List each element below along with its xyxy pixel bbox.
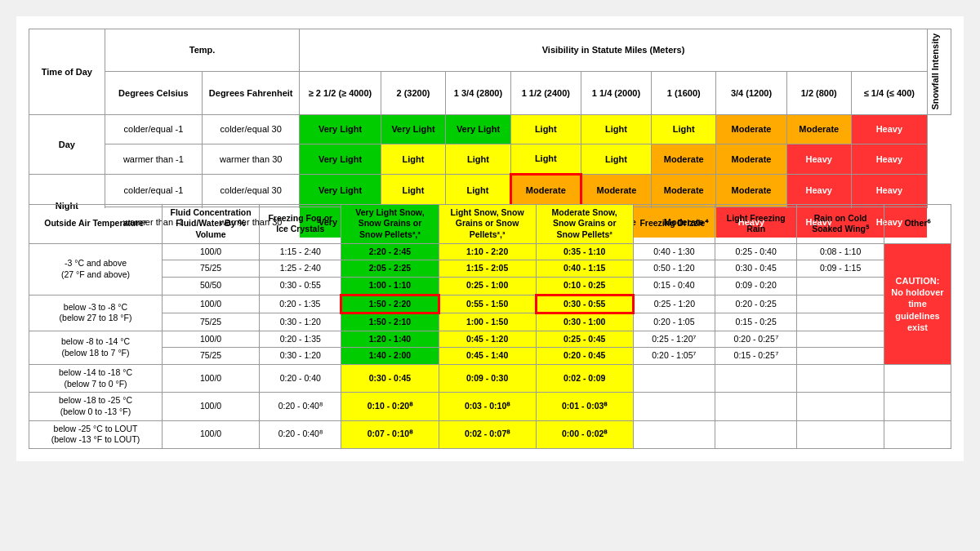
holdover-header-row: Outside Air Temperature¹ Fluid Concentra…	[29, 204, 951, 243]
data-cell: 0:15 - 0:40	[633, 277, 715, 295]
snowfall-intensity-table: Time of Day Temp. Visibility in Statute …	[29, 29, 951, 188]
fluid-cell: 100/0	[163, 393, 260, 420]
data-cell: 0:50 - 1:20	[633, 260, 715, 278]
vis-col-2: 2 (3200)	[381, 72, 446, 114]
temp-range-cell: below -8 to -14 °C(below 18 to 7 °F)	[29, 331, 163, 364]
temp-header-text: Temp.	[189, 45, 216, 55]
data-cell	[715, 420, 797, 448]
freezing-fog-header: Freezing Fog or Ice Crystals	[260, 204, 341, 243]
data-cell: 0:08 - 1:10	[797, 243, 884, 260]
main-container: Time of Day Temp. Visibility in Statute …	[16, 16, 964, 461]
caution-cell: CAUTION: No holdover time guidelines exi…	[884, 243, 951, 364]
data-cell: 0:35 - 1:10	[536, 243, 633, 260]
intensity-cell: Heavy	[786, 144, 851, 175]
vis-col-6: 1 (1600)	[652, 72, 716, 114]
rain-cold-wing-header: Rain on Cold Soaked Wing⁵	[797, 204, 884, 243]
data-cell: 0:20 - 1:05⁷	[633, 348, 715, 365]
temp-header: Temp.	[105, 29, 300, 72]
fluid-cell: 100/0	[163, 420, 260, 448]
data-cell	[884, 420, 951, 448]
intensity-cell: Moderate	[786, 114, 851, 144]
intensity-cell: Light	[581, 114, 651, 144]
table-row: 75/25 0:30 - 1:20 1:50 - 2:10 1:00 - 1:5…	[29, 313, 951, 331]
intensity-cell: Moderate	[581, 175, 651, 207]
data-cell: 0:20 - 1:05	[633, 313, 715, 331]
data-cell: 0:20 - 1:35	[260, 295, 341, 313]
vis-col-8: 1/2 (800)	[786, 72, 851, 114]
data-cell: 0:30 - 1:00	[536, 313, 633, 331]
data-cell: 0:25 - 1:00	[439, 277, 536, 295]
data-cell	[633, 393, 715, 420]
data-cell	[633, 365, 715, 393]
fluid-cell: 100/0	[163, 295, 260, 313]
data-cell: 0:55 - 1:50	[439, 295, 536, 313]
data-cell: 2:05 - 2:25	[341, 260, 439, 278]
data-cell: 0:09 - 1:15	[797, 260, 884, 278]
data-cell: 1:50 - 2:10	[341, 313, 439, 331]
data-cell: 1:50 - 2:20	[341, 295, 439, 313]
data-cell	[797, 348, 884, 365]
data-cell: 0:15 - 0:25⁷	[715, 348, 797, 365]
vis-col-5: 1 1/4 (2000)	[581, 72, 651, 114]
temp-range-cell: -3 °C and above(27 °F and above)	[29, 243, 163, 295]
data-cell: 0:30 - 1:20	[260, 348, 341, 365]
intensity-cell: Moderate	[716, 114, 786, 144]
data-cell: 0:07 - 0:10⁸	[341, 420, 439, 448]
data-cell: 0:09 - 0:20	[715, 277, 797, 295]
data-cell	[797, 295, 884, 313]
table-row: Day colder/equal -1 colder/equal 30 Very…	[29, 114, 951, 144]
fluid-cell: 75/25	[163, 348, 260, 365]
table-row: warmer than -1 warmer than 30 Very Light…	[29, 144, 951, 175]
holdover-time-table: Outside Air Temperature¹ Fluid Concentra…	[29, 204, 951, 449]
fluid-cell: 100/0	[163, 365, 260, 393]
data-cell: 0:20 - 1:35	[260, 331, 341, 348]
table-row: Night colder/equal -1 colder/equal 30 Ve…	[29, 175, 951, 207]
vis-col-9: ≤ 1/4 (≤ 400)	[851, 72, 927, 114]
data-cell: 0:09 - 0:30	[439, 365, 536, 393]
data-cell: 0:40 - 1:30	[633, 243, 715, 260]
data-cell	[715, 393, 797, 420]
temp-range-cell: below -3 to -8 °C(below 27 to 18 °F)	[29, 295, 163, 331]
data-cell: 0:30 - 0:45	[341, 365, 439, 393]
temp-c-cell: warmer than -1	[105, 144, 202, 175]
data-cell: 0:45 - 1:40	[439, 348, 536, 365]
intensity-cell: Light	[381, 175, 446, 207]
time-header-text: Time of Day	[42, 67, 92, 77]
data-cell: 0:20 - 0:25	[715, 295, 797, 313]
data-cell: 0:20 - 0:25⁷	[715, 331, 797, 348]
temp-f-cell: colder/equal 30	[203, 175, 300, 207]
table-row: -3 °C and above(27 °F and above) 100/0 1…	[29, 243, 951, 260]
intensity-cell: Light	[510, 114, 581, 144]
data-cell: 0:10 - 0:20⁸	[341, 393, 439, 420]
intensity-cell: Moderate	[652, 144, 716, 175]
intensity-cell: Light	[510, 144, 581, 175]
data-cell: 0:20 - 0:40	[260, 365, 341, 393]
data-cell: 2:20 - 2:45	[341, 243, 439, 260]
fluid-cell: 75/25	[163, 313, 260, 331]
data-cell	[715, 365, 797, 393]
data-cell	[797, 393, 884, 420]
temp-c-cell: colder/equal -1	[105, 175, 202, 207]
table-row: below -8 to -14 °C(below 18 to 7 °F) 100…	[29, 331, 951, 348]
vis-col-1: ≥ 2 1/2 (≥ 4000)	[300, 72, 381, 114]
fluid-conc-header: Fluid Concentration Fluid/Water By % Vol…	[163, 204, 260, 243]
data-cell	[797, 277, 884, 295]
data-cell	[797, 313, 884, 331]
table-row: below -18 to -25 °C(below 0 to -13 °F) 1…	[29, 393, 951, 420]
data-cell: 1:25 - 2:40	[260, 260, 341, 278]
freezing-drizzle-header: Freezing Drizzle⁴	[633, 204, 715, 243]
data-cell	[884, 365, 951, 393]
intensity-cell: Light	[446, 175, 511, 207]
data-cell	[797, 420, 884, 448]
snowfall-intensity-header: Snowfall Intensity	[927, 29, 951, 115]
temp-range-cell: below -18 to -25 °C(below 0 to -13 °F)	[29, 393, 163, 420]
temp-f-cell: colder/equal 30	[203, 114, 300, 144]
vis-col-7: 3/4 (1200)	[716, 72, 786, 114]
vis-col-3: 1 3/4 (2800)	[446, 72, 511, 114]
intensity-cell: Heavy	[851, 114, 927, 144]
data-cell: 0:40 - 1:15	[536, 260, 633, 278]
data-cell: 0:25 - 1:20	[633, 295, 715, 313]
moderate-snow-header: Moderate Snow, Snow Grains or Snow Pelle…	[536, 204, 633, 243]
intensity-cell: Heavy	[786, 175, 851, 207]
data-cell: 1:20 - 1:40	[341, 331, 439, 348]
